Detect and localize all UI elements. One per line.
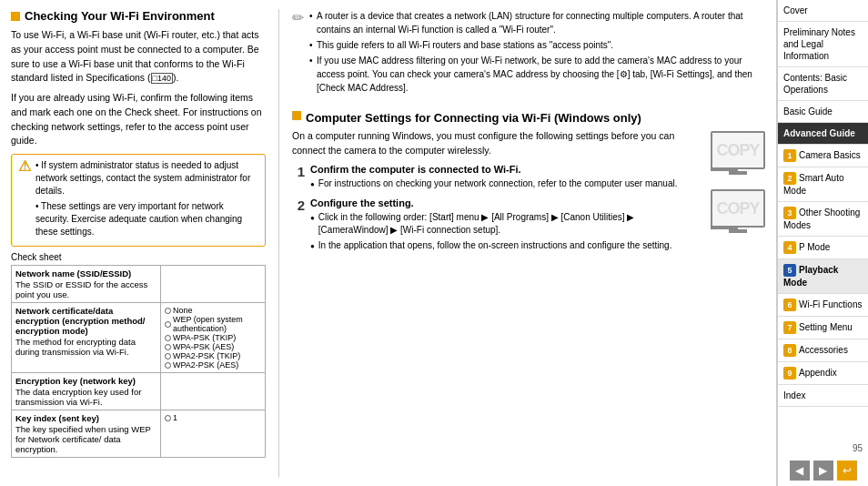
sidebar-item-index[interactable]: Index xyxy=(778,385,868,407)
bullet-router: A router is a device that creates a netw… xyxy=(309,9,765,36)
sidebar-item-ch9[interactable]: 9Appendix xyxy=(778,362,868,385)
radio-key-1 xyxy=(165,415,171,421)
sidebar-item-ch6[interactable]: 6Wi-Fi Functions xyxy=(778,294,868,317)
monitor-2: COPY xyxy=(711,189,765,228)
table-row: Network name (SSID/ESSID) The SSID or ES… xyxy=(12,266,266,303)
steps-container: 1 Confirm the computer is connected to W… xyxy=(292,164,701,252)
monitor-1: COPY xyxy=(711,131,765,169)
monitor-illustrations: COPY COPY xyxy=(711,131,765,229)
radio-none xyxy=(165,308,171,314)
table-row: Encryption key (network key) The data en… xyxy=(12,373,266,410)
radio-wpa2-tkip xyxy=(165,353,171,359)
table-cell-network-name-value xyxy=(161,266,266,303)
table-cell-enc-key: Encryption key (network key) The data en… xyxy=(12,373,161,410)
computer-section: Computer Settings for Connecting via Wi-… xyxy=(292,104,765,259)
back-button[interactable]: ↩ xyxy=(837,461,857,481)
ch6-number: 6 xyxy=(783,299,796,311)
monitor-1-wrapper: COPY xyxy=(711,131,765,171)
computer-section-title: Computer Settings for Connecting via Wi-… xyxy=(292,111,701,125)
section-title-wifi-env: Checking Your Wi-Fi Environment xyxy=(11,9,266,23)
sidebar-item-ch2[interactable]: 2Smart Auto Mode xyxy=(778,167,868,202)
step-2-bullet-1: Click in the following order: [Start] me… xyxy=(310,211,701,237)
intro-paragraph: To use Wi-Fi, a Wi-Fi base unit (Wi-Fi r… xyxy=(11,28,266,86)
prev-button[interactable]: ◀ xyxy=(790,461,810,481)
table-cell-encryption: Network certificate/data encryption (enc… xyxy=(12,303,161,373)
top-bullets: A router is a device that creates a netw… xyxy=(309,9,765,96)
column-divider xyxy=(278,9,279,477)
step-1-bullet-1: For instructions on checking your networ… xyxy=(310,177,701,190)
sidebar-item-ch5[interactable]: 5Playback Mode xyxy=(778,259,868,294)
sidebar-item-basic[interactable]: Basic Guide xyxy=(778,101,868,123)
bullet-access-points: This guide refers to all Wi-Fi routers a… xyxy=(309,38,765,52)
warning-bullet-1: • If system administrator status is need… xyxy=(35,159,258,197)
warning-box: ⚠ • If system administrator status is ne… xyxy=(11,154,266,247)
orange-square-comp-icon xyxy=(292,111,301,120)
computer-section-text: Computer Settings for Connecting via Wi-… xyxy=(292,104,701,259)
sidebar-item-prelim[interactable]: Preliminary Notes and Legal Information xyxy=(778,22,868,67)
computer-section-body: On a computer running Windows, you must … xyxy=(292,129,701,158)
check-sheet-label: Check sheet xyxy=(11,252,266,262)
sidebar-item-contents[interactable]: Contents: Basic Operations xyxy=(778,67,868,101)
step-number-1: 1 xyxy=(292,164,305,190)
step-2-bullet-2: In the application that opens, follow th… xyxy=(310,239,701,252)
second-paragraph: If you are already using Wi-Fi, confirm … xyxy=(11,91,266,148)
sidebar-item-ch4[interactable]: 4P Mode xyxy=(778,237,868,259)
next-button[interactable]: ▶ xyxy=(813,461,833,481)
warning-bullet-2: • These settings are very important for … xyxy=(35,200,258,238)
table-cell-encryption-options: None WEP (open system authentication) WP… xyxy=(161,303,266,373)
check-sheet-table: Network name (SSID/ESSID) The SSID or ES… xyxy=(11,265,266,458)
page-number: 95 xyxy=(778,443,868,455)
sidebar-item-ch8[interactable]: 8Accessories xyxy=(778,339,868,362)
step-number-2: 2 xyxy=(292,197,305,252)
ch8-number: 8 xyxy=(783,344,796,357)
ch4-number: 4 xyxy=(783,241,796,254)
step-1-content: Confirm the computer is connected to Wi-… xyxy=(310,164,701,190)
right-column: ✏ A router is a device that creates a ne… xyxy=(292,9,765,477)
step-2: 2 Configure the setting. Click in the fo… xyxy=(292,197,701,252)
bullet-mac-address: If you use MAC address filtering on your… xyxy=(309,54,765,95)
ch7-number: 7 xyxy=(783,321,796,334)
monitor-2-wrapper: COPY xyxy=(711,189,765,229)
table-row: Key index (sent key) The key specified w… xyxy=(12,410,266,458)
left-column: Checking Your Wi-Fi Environment To use W… xyxy=(11,9,266,477)
sidebar: Cover Preliminary Notes and Legal Inform… xyxy=(777,0,868,486)
radio-wpa-tkip xyxy=(165,335,171,341)
sidebar-footer: ◀ ▶ ↩ xyxy=(778,455,868,486)
table-cell-enc-key-value xyxy=(161,373,266,410)
table-cell-key-index-value: 1 xyxy=(161,410,266,458)
ch3-number: 3 xyxy=(783,207,796,219)
pencil-icon: ✏ xyxy=(292,9,304,96)
ch5-number: 5 xyxy=(783,264,796,277)
sidebar-item-ch7[interactable]: 7Setting Menu xyxy=(778,317,868,339)
radio-wpa-aes xyxy=(165,344,171,350)
radio-wpa2-aes xyxy=(165,362,171,369)
ch9-number: 9 xyxy=(783,367,796,380)
step-2-content: Configure the setting. Click in the foll… xyxy=(310,197,701,252)
warning-text: • If system administrator status is need… xyxy=(35,159,258,241)
sidebar-item-cover[interactable]: Cover xyxy=(778,0,868,22)
ch2-number: 2 xyxy=(783,172,796,185)
table-row: Network certificate/data encryption (enc… xyxy=(12,303,266,373)
table-cell-key-index: Key index (sent key) The key specified w… xyxy=(12,410,161,458)
step-1-title: Confirm the computer is connected to Wi-… xyxy=(310,164,701,175)
step-2-title: Configure the setting. xyxy=(310,197,701,208)
orange-square-icon xyxy=(11,12,20,21)
top-note-area: ✏ A router is a device that creates a ne… xyxy=(292,9,765,96)
sidebar-item-ch3[interactable]: 3Other Shooting Modes xyxy=(778,202,868,237)
ch1-number: 1 xyxy=(783,149,796,162)
radio-wep xyxy=(165,321,171,328)
sidebar-item-advanced[interactable]: Advanced Guide xyxy=(778,123,868,145)
sidebar-item-ch1[interactable]: 1Camera Basics xyxy=(778,145,868,167)
warning-icon: ⚠ xyxy=(18,159,31,241)
step-1: 1 Confirm the computer is connected to W… xyxy=(292,164,701,190)
main-content: Checking Your Wi-Fi Environment To use W… xyxy=(0,0,777,486)
table-cell-network-name: Network name (SSID/ESSID) The SSID or ES… xyxy=(12,266,161,303)
